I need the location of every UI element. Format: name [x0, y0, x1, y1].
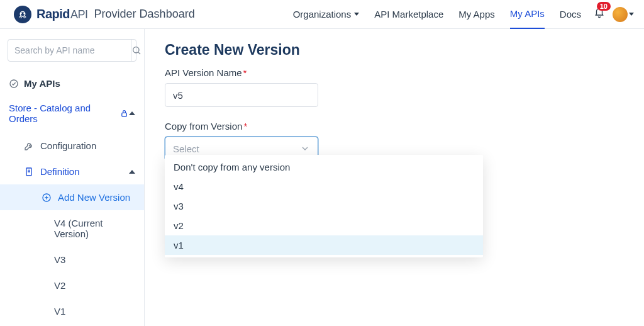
brand-logo[interactable]: RapidAPI — [14, 6, 88, 23]
page-title: Create New Version — [165, 42, 644, 59]
version-name-input[interactable] — [165, 83, 318, 107]
search-icon — [131, 45, 142, 55]
search-button[interactable] — [131, 40, 142, 61]
svg-point-4 — [10, 80, 18, 87]
primary-nav: Organizations API Marketplace My Apps My… — [293, 0, 581, 29]
sidebar-version-v2[interactable]: V2 — [0, 273, 144, 298]
version-name-label: API Version Name* — [165, 67, 644, 78]
document-icon — [24, 167, 34, 177]
wrench-icon — [24, 141, 34, 151]
sidebar-item-label: Add New Version — [58, 192, 130, 203]
page-header-title: Provider Dashboard — [94, 8, 195, 21]
svg-rect-5 — [122, 113, 127, 116]
svg-point-1 — [21, 13, 22, 14]
plus-circle-icon — [42, 193, 52, 203]
sidebar-heading-my-apis[interactable]: My APIs — [0, 73, 144, 94]
sidebar-version-v4[interactable]: V4 (Current Version) — [0, 210, 144, 247]
svg-point-3 — [133, 47, 139, 53]
sidebar-api-item[interactable]: Store - Catalog and Orders — [0, 94, 144, 133]
dropdown-option-v3[interactable]: v3 — [165, 196, 483, 216]
chevron-down-icon — [629, 13, 634, 16]
sidebar-heading-label: My APIs — [24, 78, 60, 89]
sidebar: My APIs Store - Catalog and Orders Confi… — [0, 29, 145, 326]
nav-my-apps[interactable]: My Apps — [458, 0, 495, 29]
sidebar-item-configuration[interactable]: Configuration — [0, 133, 144, 159]
nav-docs[interactable]: Docs — [560, 0, 581, 29]
avatar — [613, 7, 628, 22]
brand-name: RapidAPI — [36, 7, 88, 21]
sidebar-version-v3[interactable]: V3 — [0, 247, 144, 273]
copy-from-label: Copy from Version* — [165, 121, 644, 132]
nav-organizations[interactable]: Organizations — [293, 0, 360, 29]
notification-badge: 10 — [597, 2, 611, 11]
select-placeholder: Select — [173, 143, 199, 154]
sidebar-add-new-version[interactable]: Add New Version — [0, 184, 144, 210]
nav-my-apis[interactable]: My APIs — [510, 0, 545, 29]
chevron-up-icon — [129, 111, 135, 115]
dropdown-option-v1[interactable]: v1 — [165, 235, 483, 255]
check-circle-icon — [9, 79, 19, 89]
sidebar-api-name: Store - Catalog and Orders — [9, 103, 116, 124]
chevron-down-icon — [300, 143, 310, 154]
search-wrap — [8, 39, 136, 62]
sidebar-version-v1[interactable]: V1 — [0, 298, 144, 324]
dropdown-option-v4[interactable]: v4 — [165, 177, 483, 196]
search-input[interactable] — [8, 40, 131, 61]
dropdown-option-none[interactable]: Don't copy from any version — [165, 157, 483, 177]
notifications-button[interactable]: 10 — [594, 8, 605, 21]
sidebar-item-label: Definition — [40, 166, 80, 177]
dropdown-option-v2[interactable]: v2 — [165, 216, 483, 235]
svg-point-2 — [23, 13, 25, 14]
nav-api-marketplace[interactable]: API Marketplace — [374, 0, 443, 29]
top-nav: RapidAPI Provider Dashboard Organization… — [0, 0, 644, 29]
logo-icon — [14, 6, 31, 23]
sidebar-item-label: Configuration — [40, 140, 96, 151]
lock-icon — [119, 108, 129, 118]
sidebar-item-definition[interactable]: Definition — [0, 159, 144, 184]
user-menu[interactable] — [613, 7, 634, 22]
chevron-down-icon — [354, 13, 359, 16]
chevron-up-icon — [129, 170, 135, 174]
copy-from-dropdown: Don't copy from any version v4 v3 v2 v1 — [165, 155, 483, 257]
main-content: Create New Version API Version Name* Cop… — [145, 29, 644, 326]
